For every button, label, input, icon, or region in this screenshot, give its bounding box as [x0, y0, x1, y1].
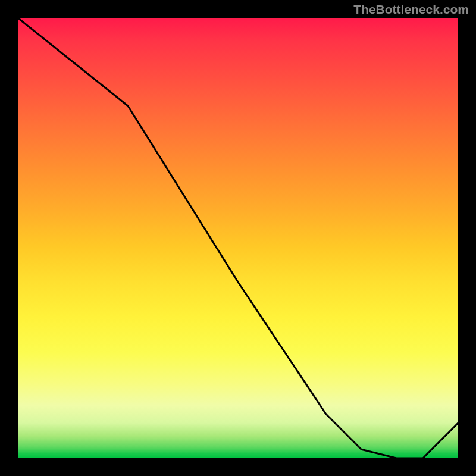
chart-line-series — [18, 18, 458, 458]
chart-plot-area — [18, 18, 458, 458]
watermark-label: TheBottleneck.com — [353, 2, 469, 17]
